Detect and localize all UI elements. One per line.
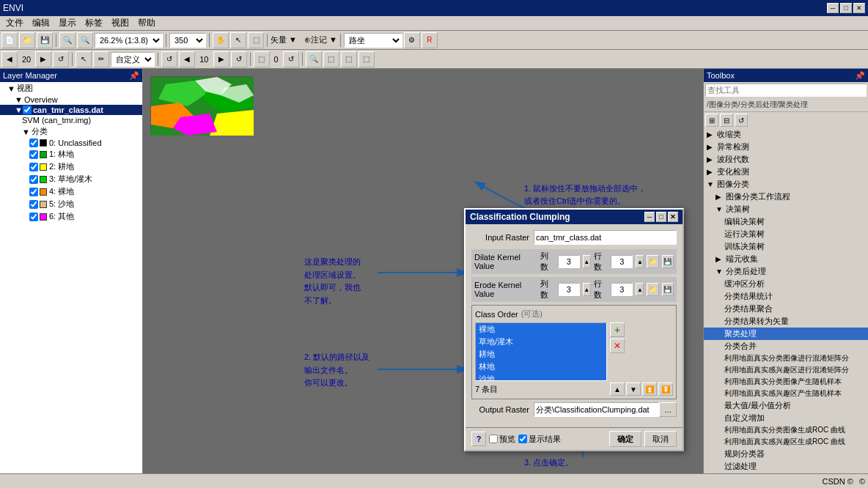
tb2-refresh2[interactable]: ↺ bbox=[161, 51, 177, 67]
tool-规则分类器[interactable]: 规则分类器 bbox=[704, 448, 868, 460]
map-area[interactable]: 1. 鼠标按住不要放拖动全部选中， 或者按住Ctrl选中你需要的。 这是聚类处理… bbox=[143, 69, 703, 473]
zoom-dropdown[interactable]: 26.2% (1:3.8) bbox=[95, 33, 163, 48]
input-raster-input[interactable] bbox=[534, 230, 677, 245]
dilate-load-btn[interactable]: 📁 bbox=[647, 255, 658, 268]
output-raster-input[interactable] bbox=[534, 402, 659, 417]
cancel-button[interactable]: 取消 bbox=[644, 431, 677, 447]
dialog-minimize-btn[interactable]: ─ bbox=[644, 212, 655, 222]
tree-class-3[interactable]: 3: 草地/灌木 bbox=[0, 173, 142, 185]
tool-变化检测[interactable]: ▶ 变化检测 bbox=[704, 166, 868, 178]
tree-class-2[interactable]: 2: 耕地 bbox=[0, 160, 142, 173]
dialog-close-btn[interactable]: ✕ bbox=[668, 212, 678, 222]
tool-自定义增加[interactable]: 自定义增加 bbox=[704, 412, 868, 424]
tool-混淆矩阵2[interactable]: 利用地面真实感兴趣区进行混淆矩阵分 bbox=[704, 364, 868, 376]
tree-classes[interactable]: ▼ 分类 bbox=[0, 125, 142, 138]
tree-class-5[interactable]: 5: 沙地 bbox=[0, 198, 142, 210]
tree-layer[interactable]: ▼ can_tmr_class.dat bbox=[0, 105, 142, 115]
dilate-cols-input[interactable] bbox=[558, 255, 580, 268]
class-list[interactable]: 裸地 草地/灌木 耕地 林地 沙地 其他 bbox=[475, 322, 607, 381]
class-add-btn[interactable]: + bbox=[610, 322, 625, 337]
tb2-refresh[interactable]: ↺ bbox=[53, 51, 69, 67]
tool-roc2[interactable]: 利用地面真实感兴趣区生成ROC 曲线 bbox=[704, 436, 868, 448]
maximize-button[interactable]: □ bbox=[840, 3, 852, 13]
tb-zoom-rect[interactable]: ⬚ bbox=[248, 32, 264, 48]
class-item-2[interactable]: 耕地 bbox=[476, 348, 606, 361]
band-dropdown[interactable]: 350 bbox=[169, 33, 206, 48]
class-item-3[interactable]: 林地 bbox=[476, 361, 606, 373]
tree-class-6[interactable]: 6: 其他 bbox=[0, 210, 142, 223]
tb-new[interactable]: 📄 bbox=[1, 32, 18, 48]
tree-overview[interactable]: ▼ Overview bbox=[0, 95, 142, 105]
tool-分类结果转为矢量[interactable]: 分类结果转为矢量 bbox=[704, 315, 868, 328]
order-up-btn[interactable]: ▲ bbox=[610, 382, 625, 396]
tb-open[interactable]: 📁 bbox=[19, 32, 35, 48]
tool-异常检测[interactable]: ▶ 异常检测 bbox=[704, 141, 868, 153]
tb-expand-all[interactable]: ⊞ bbox=[705, 114, 718, 127]
erode-save-btn[interactable]: 💾 bbox=[662, 283, 674, 296]
tree-svm[interactable]: SVM (can_tmr.img) bbox=[0, 115, 142, 125]
class-5-checkbox[interactable] bbox=[29, 200, 38, 209]
tb2-back[interactable]: ◀ bbox=[179, 51, 195, 67]
tb-collapse-all[interactable]: ⊟ bbox=[720, 114, 733, 127]
tb-save[interactable]: 💾 bbox=[37, 32, 53, 48]
tool-聚类处理[interactable]: 聚类处理 bbox=[704, 328, 868, 340]
toolbox-pin[interactable]: 📌 bbox=[855, 71, 865, 81]
tb2-reset[interactable]: ↺ bbox=[283, 51, 299, 67]
help-button[interactable]: ? bbox=[471, 432, 486, 446]
tree-class-1[interactable]: 1: 林地 bbox=[0, 148, 142, 160]
dilate-cols-up[interactable]: ▲ bbox=[583, 255, 591, 268]
menu-label[interactable]: 标签 bbox=[81, 15, 107, 31]
class-remove-btn[interactable]: ✕ bbox=[610, 339, 625, 353]
tb-pan[interactable]: ✋ bbox=[213, 32, 229, 48]
location-dropdown[interactable]: 路坐 bbox=[344, 33, 402, 48]
ok-button[interactable]: 确定 bbox=[609, 431, 641, 447]
tool-编辑决策树[interactable]: 编辑决策树 bbox=[704, 215, 868, 228]
dialog-maximize-btn[interactable]: □ bbox=[656, 212, 666, 222]
class-4-checkbox[interactable] bbox=[29, 188, 38, 196]
tool-随机样本1[interactable]: 利用地面真实分类图像产生随机样本 bbox=[704, 376, 868, 388]
show-result-checkbox[interactable] bbox=[518, 435, 527, 443]
tb-refresh-toolbox[interactable]: ↺ bbox=[735, 114, 748, 127]
tree-views[interactable]: ▼ 视图 bbox=[0, 82, 142, 95]
layer-manager-pin[interactable]: 📌 bbox=[129, 71, 139, 81]
tool-随机样本2[interactable]: 利用地面真实感兴趣区产生随机样本 bbox=[704, 388, 868, 399]
tb2-fwd[interactable]: ▶ bbox=[213, 51, 229, 67]
tool-栅格颜色分割[interactable]: ▶ 栅格颜色分割 bbox=[704, 473, 868, 473]
class-6-checkbox[interactable] bbox=[29, 212, 38, 221]
minimize-button[interactable]: ─ bbox=[827, 3, 839, 13]
tool-分类后处理[interactable]: ▼ 分类后处理 bbox=[704, 265, 868, 278]
class-1-checkbox[interactable] bbox=[29, 150, 38, 159]
menu-display[interactable]: 显示 bbox=[54, 15, 81, 31]
order-down-btn[interactable]: ▼ bbox=[626, 382, 641, 396]
tool-最大最小[interactable]: 最大值/最小值分析 bbox=[704, 399, 868, 412]
tb2-layer[interactable]: ⬚ bbox=[254, 51, 270, 67]
tb2-prev[interactable]: ◀ bbox=[1, 51, 18, 67]
class-item-1[interactable]: 草地/灌木 bbox=[476, 336, 606, 348]
tb2-draw[interactable]: ✏ bbox=[93, 51, 109, 67]
dilate-save-btn[interactable]: 💾 bbox=[662, 255, 674, 268]
menu-view[interactable]: 视图 bbox=[107, 15, 133, 31]
tool-过滤处理[interactable]: 过滤处理 bbox=[704, 460, 868, 473]
tb-zoom-in[interactable]: 🔍 bbox=[59, 32, 76, 48]
class-0-checkbox[interactable] bbox=[29, 138, 38, 147]
output-browse-btn[interactable]: … bbox=[659, 402, 677, 417]
tool-分类合并[interactable]: 分类合并 bbox=[704, 340, 868, 352]
class-item-0[interactable]: 裸地 bbox=[476, 323, 606, 336]
tree-class-4[interactable]: 4: 裸地 bbox=[0, 185, 142, 198]
tool-波段代数[interactable]: ▶ 波段代数 bbox=[704, 153, 868, 166]
menu-edit[interactable]: 编辑 bbox=[28, 15, 54, 31]
tool-分类结果统计[interactable]: 分类结果统计 bbox=[704, 290, 868, 303]
tb2-next[interactable]: ▶ bbox=[35, 51, 51, 67]
custom-dropdown[interactable]: 自定义 bbox=[111, 52, 155, 67]
layer-checkbox[interactable] bbox=[23, 106, 32, 114]
erode-rows-up[interactable]: ▲ bbox=[636, 283, 644, 296]
dialog-title-bar[interactable]: Classification Clumping ─ □ ✕ bbox=[466, 210, 683, 224]
tool-决策树[interactable]: ▼ 决策树 bbox=[704, 203, 868, 215]
tb2-refresh3[interactable]: ↺ bbox=[231, 51, 247, 67]
tb-settings[interactable]: ⚙ bbox=[404, 32, 420, 48]
order-last-btn[interactable]: ⏬ bbox=[658, 382, 673, 396]
tool-运行决策树[interactable]: 运行决策树 bbox=[704, 228, 868, 240]
tb-select[interactable]: ↖ bbox=[230, 32, 246, 48]
tb2-more2[interactable]: ⬚ bbox=[341, 51, 357, 67]
tree-class-0[interactable]: 0: Unclassified bbox=[0, 138, 142, 148]
